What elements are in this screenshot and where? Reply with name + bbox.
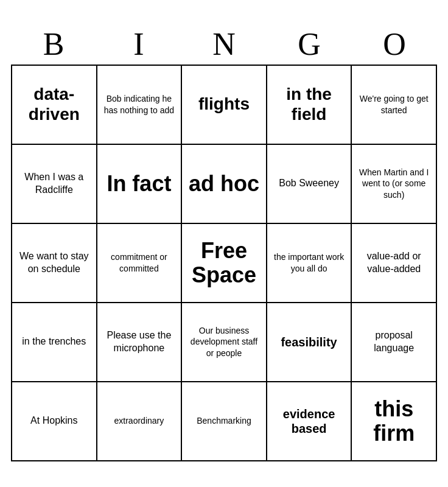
bingo-cell-text-20: At Hopkins <box>16 415 93 427</box>
bingo-cell-2[interactable]: flights <box>182 66 267 145</box>
bingo-cell-15[interactable]: in the trenches <box>12 303 97 382</box>
bingo-cell-21[interactable]: extraordinary <box>97 382 183 461</box>
bingo-cell-18[interactable]: feasibility <box>267 303 352 382</box>
bingo-cell-19[interactable]: proposal language <box>352 303 437 382</box>
bingo-cell-text-24: this firm <box>355 397 432 445</box>
bingo-cell-16[interactable]: Please use the microphone <box>97 303 183 382</box>
bingo-grid: data-drivenBob indicating he has nothing… <box>11 65 437 461</box>
bingo-letter-N: N <box>184 26 264 62</box>
bingo-cell-text-14: value-add or value-added <box>355 250 432 276</box>
bingo-cell-13[interactable]: the important work you all do <box>267 224 352 303</box>
bingo-cell-20[interactable]: At Hopkins <box>12 382 97 461</box>
bingo-cell-1[interactable]: Bob indicating he has nothing to add <box>97 66 183 145</box>
bingo-cell-7[interactable]: ad hoc <box>182 145 267 224</box>
bingo-cell-10[interactable]: We want to stay on schedule <box>12 224 97 303</box>
bingo-cell-text-13: the important work you all do <box>271 251 348 273</box>
bingo-cell-text-4: We're going to get started <box>355 93 432 115</box>
bingo-header: BINGO <box>11 26 437 62</box>
bingo-card: BINGO data-drivenBob indicating he has n… <box>5 20 443 468</box>
bingo-cell-text-8: Bob Sweeney <box>271 177 348 190</box>
bingo-cell-text-19: proposal language <box>355 329 432 355</box>
bingo-cell-text-17: Our business development staff or people <box>186 325 262 359</box>
bingo-cell-5[interactable]: When I was a Radcliffe <box>12 145 97 224</box>
bingo-cell-text-23: evidence based <box>271 407 348 436</box>
bingo-cell-text-0: data-driven <box>16 85 93 124</box>
bingo-cell-9[interactable]: When Martin and I went to (or some such) <box>352 145 437 224</box>
bingo-cell-text-5: When I was a Radcliffe <box>16 171 93 197</box>
bingo-cell-14[interactable]: value-add or value-added <box>352 224 437 303</box>
bingo-cell-11[interactable]: commitment or committed <box>97 224 183 303</box>
bingo-cell-text-15: in the trenches <box>16 335 93 348</box>
bingo-cell-8[interactable]: Bob Sweeney <box>267 145 352 224</box>
bingo-letter-B: B <box>14 26 93 62</box>
bingo-letter-O: O <box>355 26 434 62</box>
bingo-cell-24[interactable]: this firm <box>352 382 437 461</box>
bingo-cell-0[interactable]: data-driven <box>12 66 97 145</box>
bingo-cell-text-11: commitment or committed <box>101 251 178 273</box>
bingo-cell-text-3: in the field <box>271 85 348 124</box>
bingo-cell-text-10: We want to stay on schedule <box>16 250 93 276</box>
bingo-cell-text-7: ad hoc <box>186 172 262 196</box>
bingo-cell-text-1: Bob indicating he has nothing to add <box>101 93 178 115</box>
bingo-cell-22[interactable]: Benchmarking <box>182 382 267 461</box>
bingo-cell-4[interactable]: We're going to get started <box>352 66 437 145</box>
bingo-cell-text-21: extraordinary <box>101 415 178 426</box>
bingo-cell-text-18: feasibility <box>271 335 348 349</box>
bingo-cell-text-9: When Martin and I went to (or some such) <box>355 167 432 200</box>
bingo-cell-6[interactable]: In fact <box>97 145 183 224</box>
bingo-cell-text-2: flights <box>186 94 262 114</box>
bingo-cell-3[interactable]: in the field <box>267 66 352 145</box>
bingo-letter-I: I <box>99 26 178 62</box>
bingo-cell-text-6: In fact <box>101 172 178 196</box>
bingo-cell-23[interactable]: evidence based <box>267 382 352 461</box>
bingo-letter-G: G <box>270 26 349 62</box>
bingo-cell-12[interactable]: Free Space <box>182 224 267 303</box>
bingo-cell-text-16: Please use the microphone <box>101 329 178 355</box>
bingo-cell-text-12: Free Space <box>186 239 262 287</box>
bingo-cell-17[interactable]: Our business development staff or people <box>182 303 267 382</box>
bingo-cell-text-22: Benchmarking <box>186 415 262 426</box>
